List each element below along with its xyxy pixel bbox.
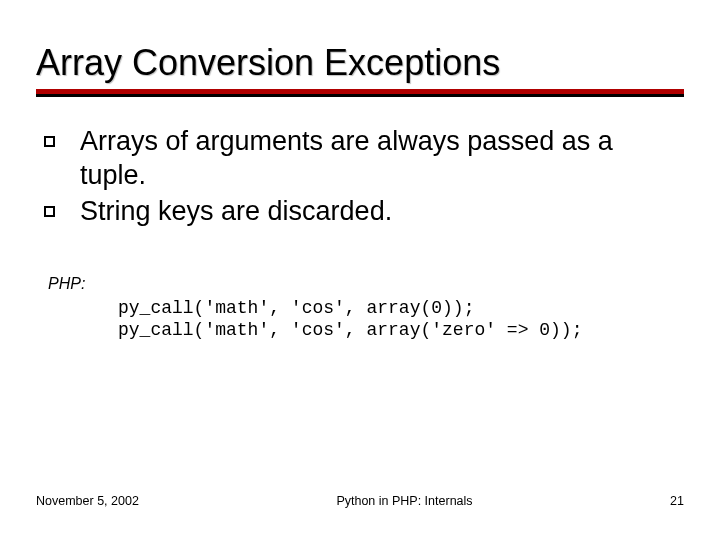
footer-center: Python in PHP: Internals [139, 494, 670, 508]
slide: Array Conversion Exceptions Arrays of ar… [0, 0, 720, 540]
bullet-marker-icon [42, 125, 80, 159]
code-line: py_call('math', 'cos', array(0)); [118, 298, 474, 318]
square-icon [44, 206, 55, 217]
code-block: PHP: py_call('math', 'cos', array(0)); p… [42, 275, 684, 342]
footer-page: 21 [670, 494, 684, 508]
footer: November 5, 2002 Python in PHP: Internal… [0, 494, 720, 508]
bullet-text: Arrays of arguments are always passed as… [80, 125, 684, 193]
rule-black [36, 94, 684, 97]
code-lines: py_call('math', 'cos', array(0)); py_cal… [48, 297, 684, 342]
title-block: Array Conversion Exceptions [36, 42, 684, 99]
bullet-text: String keys are discarded. [80, 195, 392, 229]
code-label: PHP: [48, 275, 684, 293]
bullet-row: Arrays of arguments are always passed as… [42, 125, 684, 193]
footer-date: November 5, 2002 [36, 494, 139, 508]
square-icon [44, 136, 55, 147]
slide-title: Array Conversion Exceptions [36, 42, 684, 83]
bullet-row: String keys are discarded. [42, 195, 684, 229]
code-line: py_call('math', 'cos', array('zero' => 0… [118, 320, 582, 340]
bullet-marker-icon [42, 195, 80, 229]
body-content: Arrays of arguments are always passed as… [36, 125, 684, 342]
title-rule [36, 89, 684, 99]
